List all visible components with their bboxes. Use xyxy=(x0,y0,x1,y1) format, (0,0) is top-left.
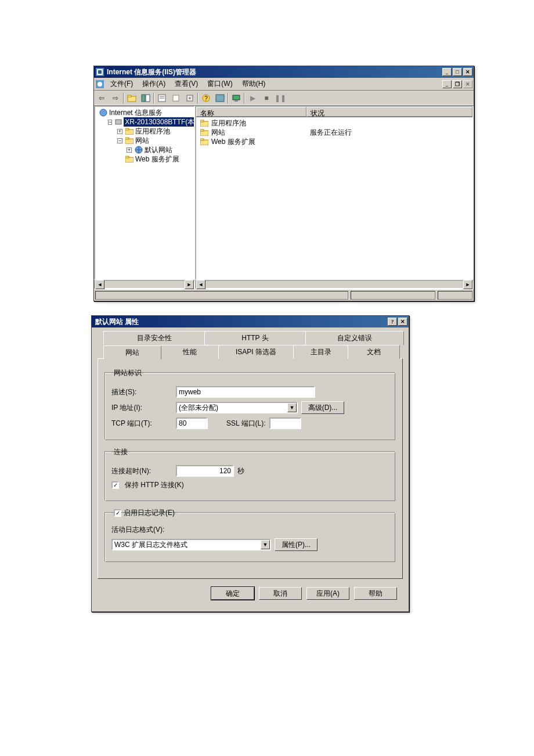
menu-file[interactable]: 文件(F) xyxy=(107,78,136,90)
maximize-button[interactable]: □ xyxy=(453,68,462,76)
ssl-port-input[interactable] xyxy=(269,417,301,429)
tree-server[interactable]: − XR-20130308BTTF(本地计 xyxy=(96,117,193,127)
refresh-icon[interactable] xyxy=(169,92,182,105)
minimize-button[interactable]: _ xyxy=(442,68,452,76)
chevron-down-icon[interactable]: ▼ xyxy=(261,540,270,549)
scroll-right-icon[interactable]: ► xyxy=(463,280,472,289)
menu-view[interactable]: 查看(V) xyxy=(171,78,201,90)
tab-website[interactable]: 网站 xyxy=(103,345,161,359)
help-button[interactable]: ? xyxy=(388,318,397,326)
stop-icon[interactable]: ■ xyxy=(260,92,273,105)
enable-logging-checkbox[interactable]: ✓ xyxy=(114,509,121,517)
menu-window[interactable]: 窗口(W) xyxy=(204,78,236,90)
expand-icon[interactable]: + xyxy=(117,129,122,134)
label-log-format: 活动日志格式(V): xyxy=(111,525,164,535)
tree-app-pools[interactable]: + 应用程序池 xyxy=(96,127,193,136)
keepalive-checkbox[interactable]: ✓ xyxy=(111,481,119,489)
properties-dialog: 默认网站 属性 ? ✕ 目录安全性 HTTP 头 自定义错误 网站 性能 ISA… xyxy=(91,315,409,612)
separator xyxy=(244,92,245,104)
tcp-port-input[interactable] xyxy=(176,417,208,429)
help-icon[interactable]: ? xyxy=(200,92,212,105)
advanced-button[interactable]: 高级(D)... xyxy=(301,401,344,414)
dialog-title: 默认网站 属性 xyxy=(93,317,139,327)
tree-scrollbar[interactable]: ◄ ► xyxy=(94,280,195,289)
computer-icon[interactable] xyxy=(230,92,243,105)
col-name[interactable]: 名称 xyxy=(196,107,306,117)
iis-manager-window: Internet 信息服务(IIS)管理器 _ □ ✕ 文件(F) 操作(A) … xyxy=(93,66,474,301)
export-icon[interactable] xyxy=(183,92,196,105)
ok-button[interactable]: 确定 xyxy=(211,587,254,600)
dialog-titlebar[interactable]: 默认网站 属性 ? ✕ xyxy=(92,316,409,327)
tree-web-ext[interactable]: Web 服务扩展 xyxy=(96,154,193,164)
tab-home-dir[interactable]: 主目录 xyxy=(293,345,348,359)
list-scrollbar[interactable]: ◄ ► xyxy=(195,280,474,289)
show-hide-icon[interactable] xyxy=(139,92,152,105)
svg-rect-6 xyxy=(128,95,131,97)
mdi-icon xyxy=(95,80,104,89)
svg-rect-16 xyxy=(216,95,224,102)
tab-isapi[interactable]: ISAPI 筛选器 xyxy=(218,345,294,359)
ip-address-combo[interactable]: (全部未分配) ▼ xyxy=(176,402,298,413)
status-panel xyxy=(438,291,472,300)
up-folder-icon[interactable] xyxy=(125,92,138,105)
col-status[interactable]: 状况 xyxy=(306,107,472,117)
apply-button[interactable]: 应用(A) xyxy=(306,587,349,600)
menu-action[interactable]: 操作(A) xyxy=(139,78,169,90)
tab-performance[interactable]: 性能 xyxy=(161,345,219,359)
tree-websites-label: 网站 xyxy=(135,136,149,145)
list-item[interactable]: Web 服务扩展 xyxy=(200,137,469,146)
nav-forward-icon[interactable]: ⇨ xyxy=(109,92,122,105)
separator xyxy=(228,92,229,104)
timeout-input[interactable] xyxy=(176,465,234,477)
description-input[interactable] xyxy=(176,386,315,398)
tab-documents[interactable]: 文档 xyxy=(348,345,400,359)
list-item-name: 应用程序池 xyxy=(211,118,246,128)
nav-back-icon[interactable]: ⇦ xyxy=(95,92,108,105)
label-ip: IP 地址(I): xyxy=(111,403,172,413)
tree-web-ext-label: Web 服务扩展 xyxy=(135,154,179,164)
close-button[interactable]: ✕ xyxy=(398,318,407,326)
tab-custom-errors[interactable]: 自定义错误 xyxy=(305,331,404,345)
chevron-down-icon[interactable]: ▼ xyxy=(287,403,297,412)
mdi-close-button[interactable]: ✕ xyxy=(463,80,472,88)
close-button[interactable]: ✕ xyxy=(463,68,472,76)
group-logging: ✓ 启用日志记录(E) 活动日志格式(V): W3C 扩展日志文件格式 ▼ 属性… xyxy=(105,508,395,562)
collapse-icon[interactable]: − xyxy=(108,120,112,125)
tree-root[interactable]: Internet 信息服务 xyxy=(96,108,193,117)
views-icon[interactable] xyxy=(214,92,226,105)
scroll-left-icon[interactable]: ◄ xyxy=(95,280,104,289)
enable-logging-label: 启用日志记录(E) xyxy=(124,508,175,518)
status-panel xyxy=(95,291,348,300)
keepalive-label: 保持 HTTP 连接(K) xyxy=(125,480,184,490)
cancel-button[interactable]: 取消 xyxy=(259,587,302,600)
menu-help[interactable]: 帮助(H) xyxy=(239,78,269,90)
list-pane[interactable]: 名称 状况 应用程序池 网站 服务正在运行 Web 服务扩展 xyxy=(195,106,474,280)
log-format-combo[interactable]: W3C 扩展日志文件格式 ▼ xyxy=(111,539,271,550)
play-icon[interactable]: ▶ xyxy=(246,92,259,105)
tree-default-site[interactable]: + 默认网站 xyxy=(96,145,193,154)
tree-websites[interactable]: − 网站 xyxy=(96,136,193,145)
tab-dir-security[interactable]: 目录安全性 xyxy=(103,331,205,345)
expand-icon[interactable]: + xyxy=(127,147,132,153)
list-body: 应用程序池 网站 服务正在运行 Web 服务扩展 xyxy=(196,117,472,147)
collapse-icon[interactable]: − xyxy=(117,138,122,143)
tree-pane[interactable]: Internet 信息服务 − XR-20130308BTTF(本地计 + 应用… xyxy=(94,106,195,280)
log-properties-button[interactable]: 属性(P)... xyxy=(275,538,317,551)
pause-icon[interactable]: ❚❚ xyxy=(274,92,287,105)
group-connection: 连接 连接超时(N): 秒 ✓ 保持 HTTP 连接(K) xyxy=(105,447,395,501)
scroll-left-icon[interactable]: ◄ xyxy=(196,280,205,289)
svg-rect-31 xyxy=(200,129,204,131)
help-button[interactable]: 帮助 xyxy=(354,587,397,600)
iis-titlebar[interactable]: Internet 信息服务(IIS)管理器 _ □ ✕ xyxy=(94,66,474,78)
mdi-restore-button[interactable]: ❐ xyxy=(453,80,462,88)
mdi-minimize-button[interactable]: _ xyxy=(442,80,452,88)
tree-default-site-label: 默认网站 xyxy=(145,145,172,154)
list-item[interactable]: 网站 服务正在运行 xyxy=(200,128,469,137)
tab-http-headers[interactable]: HTTP 头 xyxy=(204,331,306,345)
list-item[interactable]: 应用程序池 xyxy=(200,118,469,128)
list-item-name: Web 服务扩展 xyxy=(211,137,255,147)
properties-icon[interactable] xyxy=(156,92,168,105)
group-website-ident: 网站标识 描述(S): IP 地址(I): (全部未分配) ▼ 高级(D)...… xyxy=(105,368,395,440)
svg-rect-29 xyxy=(200,120,204,122)
scroll-right-icon[interactable]: ► xyxy=(185,280,194,289)
